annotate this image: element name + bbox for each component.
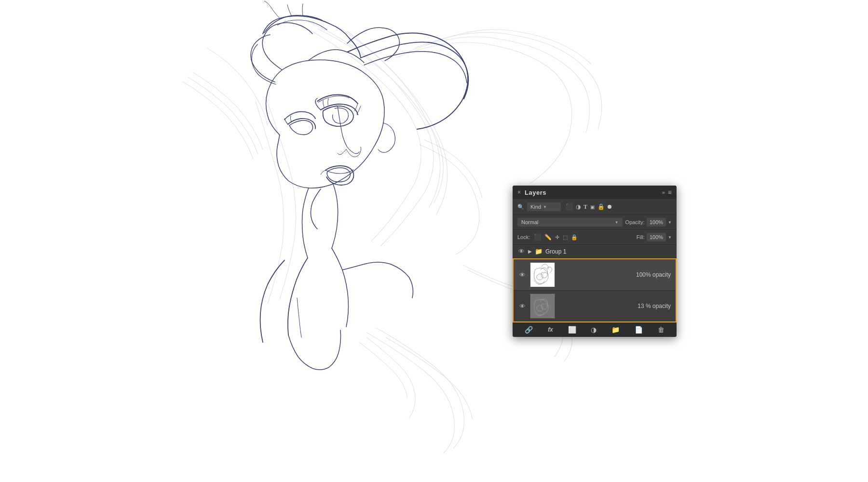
layer1-opacity-label: 100% opacity (559, 271, 671, 278)
fill-label: Fill: (637, 234, 645, 240)
fill-arrow: ▼ (668, 235, 672, 240)
layer2-thumbnail (530, 294, 555, 319)
panel-titlebar: × Layers » ≡ (513, 186, 677, 199)
lock-image-icon[interactable]: ✏️ (544, 234, 552, 241)
opacity-arrow: ▼ (668, 220, 672, 225)
lock-icons-group: ⬛ ✏️ ✛ ⬚ 🔒 (534, 234, 578, 241)
canvas-area (0, 0, 868, 482)
new-fill-adjustment-icon[interactable]: ◑ (591, 326, 597, 334)
lock-position-icon[interactable]: ✛ (555, 234, 559, 241)
layer2-visibility-eye[interactable]: 👁 (518, 303, 526, 310)
group-name-label: Group 1 (545, 248, 566, 255)
lock-all-icon[interactable]: 🔒 (571, 234, 578, 241)
layer-row[interactable]: 👁 100% opacity (514, 259, 676, 290)
group-visibility-eye[interactable]: 👁 (517, 248, 525, 255)
add-mask-icon[interactable]: ⬜ (568, 326, 576, 334)
kind-dropdown-arrow: ▼ (543, 205, 547, 209)
panel-close-button[interactable]: × (517, 189, 521, 195)
lock-row: Lock: ⬛ ✏️ ✛ ⬚ 🔒 Fill: 100% ▼ (513, 230, 677, 245)
kind-adjust-icon[interactable]: ◑ (576, 203, 581, 210)
opacity-value[interactable]: 100% (647, 218, 666, 227)
delete-layer-icon[interactable]: 🗑 (658, 326, 665, 334)
blend-mode-dropdown[interactable]: Normal ▼ (517, 218, 623, 227)
kind-dot-icon (608, 205, 611, 209)
panel-title: Layers (525, 189, 546, 196)
lock-transparency-icon[interactable]: ⬛ (534, 234, 541, 241)
group-folder-icon: 📁 (535, 248, 542, 255)
panel-titlebar-right: » ≡ (662, 188, 672, 196)
lock-label: Lock: (517, 234, 530, 240)
kind-dropdown[interactable]: Kind ▼ (527, 202, 561, 211)
panel-toolbar: 🔗 fx ⬜ ◑ 📁 📄 🗑 (513, 322, 677, 337)
kind-dropdown-label: Kind (530, 204, 541, 210)
layer1-visibility-eye[interactable]: 👁 (518, 271, 526, 279)
new-group-icon[interactable]: 📁 (611, 326, 620, 334)
layer2-opacity-label: 13 % opacity (559, 303, 671, 309)
kind-icons-group: ⬛ ◑ T ▣ 🔒 (566, 203, 611, 211)
blend-mode-label: Normal (521, 219, 538, 225)
layer1-thumbnail (530, 262, 555, 287)
link-layers-icon[interactable]: 🔗 (525, 326, 533, 334)
lock-artboard-icon[interactable]: ⬚ (563, 234, 568, 241)
group-row[interactable]: 👁 ▶ 📁 Group 1 (513, 245, 677, 258)
layer-row[interactable]: 👁 13 % opacity (514, 290, 676, 321)
blend-opacity-row: Normal ▼ Opacity: 100% ▼ (513, 215, 677, 230)
fill-value[interactable]: 100% (647, 233, 666, 241)
group-expand-arrow[interactable]: ▶ (528, 249, 532, 254)
layers-panel: × Layers » ≡ 🔍 Kind ▼ ⬛ ◑ T ▣ 🔒 Normal ▼ (513, 186, 677, 337)
blend-dropdown-arrow: ▼ (615, 220, 619, 225)
opacity-control: Opacity: 100% ▼ (625, 218, 672, 227)
kind-type-icon[interactable]: T (583, 203, 587, 211)
kind-smart-icon[interactable]: 🔒 (597, 203, 605, 210)
search-icon: 🔍 (517, 204, 524, 210)
panel-menu-button[interactable]: ≡ (668, 188, 672, 196)
sketch-canvas (0, 0, 868, 482)
opacity-label: Opacity: (625, 219, 645, 225)
panel-titlebar-left: × Layers (517, 189, 546, 196)
kind-pixel-icon[interactable]: ⬛ (566, 203, 573, 210)
fx-icon[interactable]: fx (548, 326, 553, 333)
kind-filter-row: 🔍 Kind ▼ ⬛ ◑ T ▣ 🔒 (513, 199, 677, 215)
layers-container: 👁 100% opacity (513, 258, 677, 322)
new-layer-icon[interactable]: 📄 (635, 326, 643, 334)
panel-collapse-button[interactable]: » (662, 189, 665, 195)
fill-control: Fill: 100% ▼ (637, 233, 672, 241)
kind-shape-icon[interactable]: ▣ (590, 204, 595, 210)
